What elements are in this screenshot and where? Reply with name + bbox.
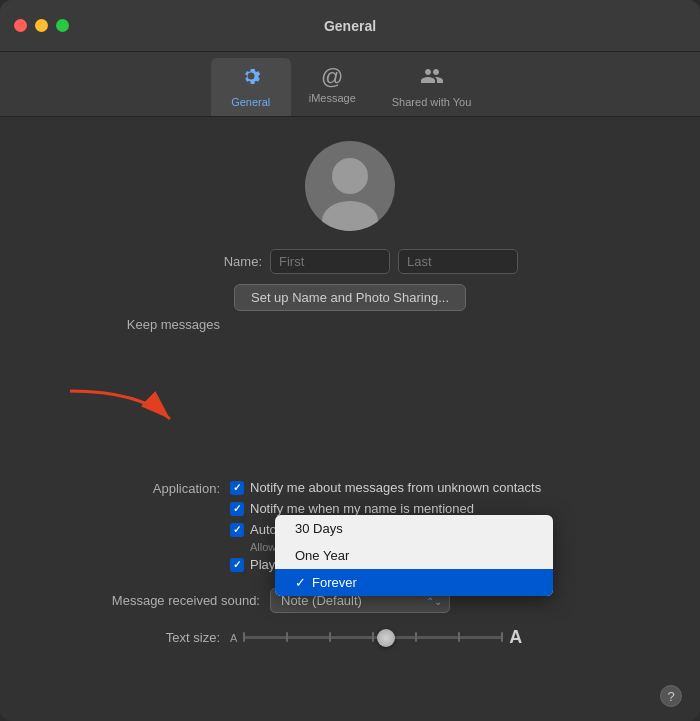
traffic-lights (14, 19, 69, 32)
slider-tick (372, 632, 374, 642)
slider-tick (501, 632, 503, 642)
keep-messages-label: Keep messages (80, 317, 220, 332)
textsize-large-a: A (509, 627, 522, 648)
checkbox-unknown-label: Notify me about messages from unknown co… (250, 480, 541, 495)
tab-general-label: General (231, 96, 270, 108)
checkbox-mention-input[interactable]: ✓ (230, 502, 244, 516)
slider-ticks (243, 632, 503, 642)
close-button[interactable] (14, 19, 27, 32)
toolbar: General @ iMessage Shared with You (0, 52, 700, 117)
svg-point-0 (332, 158, 368, 194)
slider-tick (415, 632, 417, 642)
checkmark-icon: ✓ (295, 575, 306, 590)
last-name-input[interactable] (398, 249, 518, 274)
textsize-slider-thumb[interactable] (377, 629, 395, 647)
slider-track (243, 636, 503, 639)
help-button[interactable]: ? (660, 685, 682, 707)
checkbox-unknown-input[interactable]: ✓ (230, 481, 244, 495)
gear-icon (239, 64, 263, 94)
tab-general[interactable]: General (211, 58, 291, 116)
keep-messages-section: Keep messages 30 Days One Year ✓ Forever (40, 317, 660, 332)
checkbox-autoplay-input[interactable]: ✓ (230, 523, 244, 537)
avatar-section (40, 141, 660, 231)
arrow-indicator (60, 381, 180, 445)
textsize-label: Text size: (80, 630, 220, 645)
window-title: General (324, 18, 376, 34)
share-icon (420, 64, 444, 94)
slider-tick (458, 632, 460, 642)
tab-imessage-label: iMessage (309, 92, 356, 104)
titlebar: General (0, 0, 700, 52)
slider-tick (329, 632, 331, 642)
name-label: Name: (182, 254, 262, 269)
at-icon: @ (321, 64, 343, 90)
textsize-slider-container (243, 628, 503, 648)
preferences-window: General General @ iMessage Shared with Y… (0, 0, 700, 721)
dropdown-item-30days[interactable]: 30 Days (275, 515, 553, 542)
tab-shared-label: Shared with You (392, 96, 472, 108)
checkbox-sound-input[interactable]: ✓ (230, 558, 244, 572)
dropdown-item-forever[interactable]: ✓ Forever (275, 569, 553, 596)
textsize-row: Text size: A A (40, 627, 660, 648)
checkbox-unknown-contacts: ✓ Notify me about messages from unknown … (230, 480, 541, 495)
slider-tick (286, 632, 288, 642)
checkbox-mention-label: Notify me when my name is mentioned (250, 501, 474, 516)
tab-shared[interactable]: Shared with You (374, 58, 490, 116)
svg-point-1 (322, 201, 378, 231)
checkbox-mention: ✓ Notify me when my name is mentioned (230, 501, 541, 516)
setup-button[interactable]: Set up Name and Photo Sharing... (234, 284, 466, 311)
sound-label: Message received sound: (80, 593, 260, 608)
tab-imessage[interactable]: @ iMessage (291, 58, 374, 116)
avatar[interactable] (305, 141, 395, 231)
textsize-small-a: A (230, 632, 237, 644)
application-label: Application: (80, 480, 220, 496)
first-name-input[interactable] (270, 249, 390, 274)
dropdown-item-oneyear[interactable]: One Year (275, 542, 553, 569)
name-row: Name: (40, 249, 660, 274)
slider-tick (243, 632, 245, 642)
maximize-button[interactable] (56, 19, 69, 32)
keep-messages-row: Keep messages (40, 317, 660, 332)
keep-messages-dropdown[interactable]: 30 Days One Year ✓ Forever (275, 515, 553, 596)
content-area: Name: Set up Name and Photo Sharing... K… (0, 117, 700, 721)
minimize-button[interactable] (35, 19, 48, 32)
setup-row: Set up Name and Photo Sharing... (40, 284, 660, 311)
